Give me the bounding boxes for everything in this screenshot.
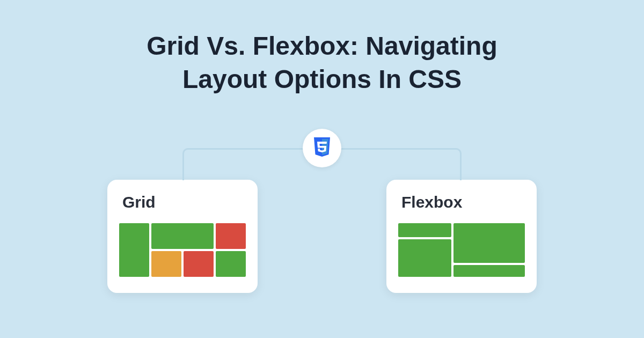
- css3-badge: [303, 129, 341, 167]
- grid-cell: [119, 223, 149, 277]
- page-title: Grid Vs. Flexbox: Navigating Layout Opti…: [0, 30, 644, 97]
- title-line-2: Layout Options In CSS: [182, 65, 462, 93]
- flex-cell: [453, 265, 525, 277]
- cards-row: Grid Flexbox: [0, 180, 644, 293]
- grid-cell: [151, 223, 214, 249]
- grid-demo: [119, 223, 246, 277]
- grid-cell: [216, 223, 246, 249]
- flexbox-card-title: Flexbox: [401, 193, 525, 211]
- flex-column-left: [398, 223, 451, 277]
- grid-card: Grid: [107, 180, 258, 293]
- flex-column-right: [453, 223, 525, 277]
- flexbox-demo: [398, 223, 525, 277]
- connector-right: [322, 148, 462, 180]
- grid-cell: [151, 251, 181, 277]
- grid-cell: [216, 251, 246, 277]
- flex-cell: [398, 223, 451, 237]
- connector-left: [182, 148, 322, 180]
- flex-cell: [453, 223, 525, 263]
- title-line-1: Grid Vs. Flexbox: Navigating: [147, 32, 497, 60]
- grid-cell: [184, 251, 214, 277]
- flexbox-card: Flexbox: [386, 180, 537, 293]
- css3-icon: [312, 136, 332, 160]
- grid-card-title: Grid: [122, 193, 246, 211]
- flex-cell: [398, 239, 451, 277]
